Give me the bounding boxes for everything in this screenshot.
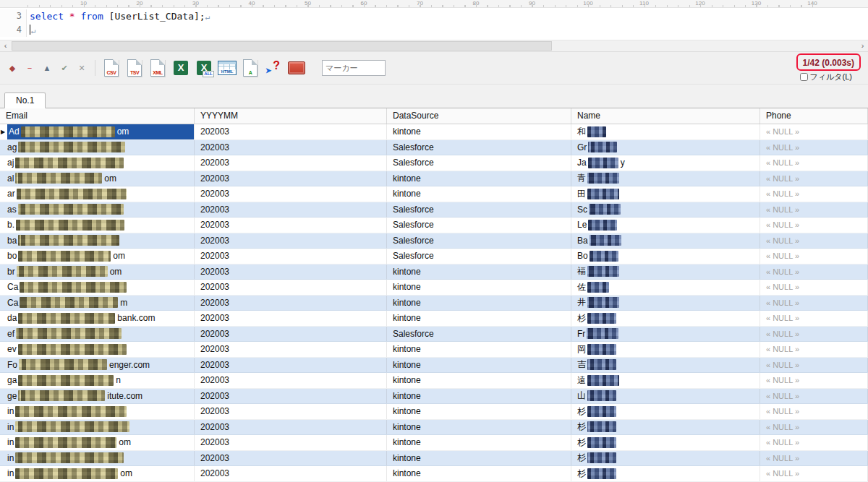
cell-datasource[interactable]: Salesforce xyxy=(387,218,571,233)
cell-datasource[interactable]: kintone xyxy=(387,466,571,481)
cell-name[interactable]: 井 xyxy=(571,296,760,311)
export-tsv-button[interactable]: TSV xyxy=(125,59,144,77)
export-excel-all-button[interactable]: XALL xyxy=(195,59,213,77)
cell-yyyymm[interactable]: 202003 xyxy=(195,124,387,139)
table-row[interactable]: ▶Adom202003kintone和« NULL » xyxy=(0,124,868,140)
hscroll-left-arrow-icon[interactable]: ‹ xyxy=(0,41,11,51)
cell-name[interactable]: Ba xyxy=(571,233,760,249)
column-header-phone[interactable]: Phone xyxy=(760,108,868,124)
table-row[interactable]: Foenger.com202003kintone吉« NULL » xyxy=(0,358,868,374)
cell-email[interactable]: in xyxy=(0,420,195,435)
cell-email[interactable]: ▶Adom xyxy=(0,124,195,139)
cell-datasource[interactable]: Salesforce xyxy=(387,202,571,218)
cell-name[interactable]: 杉 xyxy=(571,420,760,435)
cell-datasource[interactable]: kintone xyxy=(387,404,571,419)
cell-email[interactable]: ba xyxy=(0,233,195,249)
cell-yyyymm[interactable]: 202003 xyxy=(195,451,387,466)
cancel-button[interactable]: ✕ xyxy=(75,59,88,77)
cell-datasource[interactable]: kintone xyxy=(387,389,571,404)
tab-no1[interactable]: No.1 xyxy=(4,92,46,108)
cell-datasource[interactable]: Salesforce xyxy=(387,233,571,249)
cell-phone[interactable]: « NULL » xyxy=(760,420,868,435)
cell-email[interactable]: alom xyxy=(0,171,195,186)
table-row[interactable]: b.202003SalesforceLe« NULL » xyxy=(0,218,868,233)
cell-name[interactable]: 吉 xyxy=(571,358,760,373)
cell-phone[interactable]: « NULL » xyxy=(760,155,868,171)
cell-phone[interactable]: « NULL » xyxy=(760,249,868,264)
table-row[interactable]: in202003kintone杉« NULL » xyxy=(0,420,868,436)
cell-phone[interactable]: « NULL » xyxy=(760,311,868,326)
cell-datasource[interactable]: Salesforce xyxy=(387,327,571,342)
cell-name[interactable]: 杉 xyxy=(571,451,760,466)
table-row[interactable]: ag202003SalesforceGr« NULL » xyxy=(0,140,868,156)
cell-email[interactable]: boom xyxy=(0,249,195,264)
cell-phone[interactable]: « NULL » xyxy=(760,202,868,218)
editor-line[interactable]: 4↵ xyxy=(0,23,868,37)
cell-datasource[interactable]: kintone xyxy=(387,420,571,435)
cell-phone[interactable]: « NULL » xyxy=(760,233,868,249)
cell-name[interactable]: Bo xyxy=(571,249,760,264)
cell-datasource[interactable]: kintone xyxy=(387,311,571,326)
table-row[interactable]: inom202003kintone杉« NULL » xyxy=(0,435,868,451)
editor-hscrollbar[interactable]: ‹ › xyxy=(0,40,868,52)
cell-yyyymm[interactable]: 202003 xyxy=(195,140,387,155)
cell-phone[interactable]: « NULL » xyxy=(760,140,868,155)
cell-phone[interactable]: « NULL » xyxy=(760,373,868,388)
cell-email[interactable]: Foenger.com xyxy=(0,358,195,373)
cell-email[interactable]: ar xyxy=(0,186,195,202)
cell-phone[interactable]: « NULL » xyxy=(760,218,868,233)
column-header-datasource[interactable]: DataSource xyxy=(387,108,571,124)
table-row[interactable]: ar202003kintone田« NULL » xyxy=(0,186,868,202)
cell-email[interactable]: b. xyxy=(0,218,195,233)
cell-phone[interactable]: « NULL » xyxy=(760,296,868,311)
table-row[interactable]: in202003kintone杉« NULL » xyxy=(0,404,868,420)
cell-phone[interactable]: « NULL » xyxy=(760,171,868,186)
cell-datasource[interactable]: kintone xyxy=(387,264,571,280)
cell-name[interactable]: Jay xyxy=(571,155,760,171)
table-row[interactable]: inom202003kintone杉« NULL » xyxy=(0,466,868,482)
cell-datasource[interactable]: kintone xyxy=(387,186,571,202)
cell-email[interactable]: in xyxy=(0,451,195,466)
cell-datasource[interactable]: kintone xyxy=(387,296,571,311)
cell-name[interactable]: Gr xyxy=(571,140,760,155)
cell-phone[interactable]: « NULL » xyxy=(760,435,868,450)
cell-name[interactable]: 遠 xyxy=(571,373,760,388)
export-text-button[interactable]: A xyxy=(241,59,260,77)
marker-input[interactable] xyxy=(322,60,386,76)
cell-phone[interactable]: « NULL » xyxy=(760,358,868,373)
table-row[interactable]: ba202003SalesforceBa« NULL » xyxy=(0,233,868,249)
cell-datasource[interactable]: kintone xyxy=(387,342,571,357)
cell-phone[interactable]: « NULL » xyxy=(760,451,868,466)
cell-datasource[interactable]: kintone xyxy=(387,451,571,466)
cell-yyyymm[interactable]: 202003 xyxy=(195,186,387,202)
cell-yyyymm[interactable]: 202003 xyxy=(195,373,387,388)
cell-email[interactable]: Cam xyxy=(0,296,195,311)
cell-email[interactable]: brom xyxy=(0,264,195,280)
cell-datasource[interactable]: Salesforce xyxy=(387,155,571,171)
cell-datasource[interactable]: kintone xyxy=(387,124,571,139)
cell-yyyymm[interactable]: 202003 xyxy=(195,249,387,264)
cell-name[interactable]: 青 xyxy=(571,171,760,186)
bookmark-button[interactable]: ◆ xyxy=(6,59,19,77)
cell-yyyymm[interactable]: 202003 xyxy=(195,342,387,357)
cell-datasource[interactable]: kintone xyxy=(387,435,571,450)
cell-email[interactable]: inom xyxy=(0,466,195,481)
export-xml-button[interactable]: XML xyxy=(148,59,167,77)
table-row[interactable]: gan202003kintone遠« NULL » xyxy=(0,373,868,389)
cell-yyyymm[interactable]: 202003 xyxy=(195,420,387,435)
cell-datasource[interactable]: Salesforce xyxy=(387,140,571,155)
cell-yyyymm[interactable]: 202003 xyxy=(195,155,387,171)
cell-name[interactable]: 和 xyxy=(571,124,760,139)
cell-datasource[interactable]: kintone xyxy=(387,280,571,295)
table-row[interactable]: alom202003kintone青« NULL » xyxy=(0,171,868,187)
filter-checkbox[interactable] xyxy=(800,73,808,81)
column-header-name[interactable]: Name xyxy=(571,108,760,124)
export-csv-button[interactable]: CSV xyxy=(102,59,121,77)
export-excel-button[interactable]: X xyxy=(171,59,190,77)
cell-email[interactable]: dabank.com xyxy=(0,311,195,326)
cell-name[interactable]: 杉 xyxy=(571,404,760,419)
table-row[interactable]: aj202003SalesforceJay« NULL » xyxy=(0,155,868,171)
table-row[interactable]: dabank.com202003kintone杉« NULL » xyxy=(0,311,868,327)
cell-yyyymm[interactable]: 202003 xyxy=(195,435,387,450)
cell-yyyymm[interactable]: 202003 xyxy=(195,264,387,280)
